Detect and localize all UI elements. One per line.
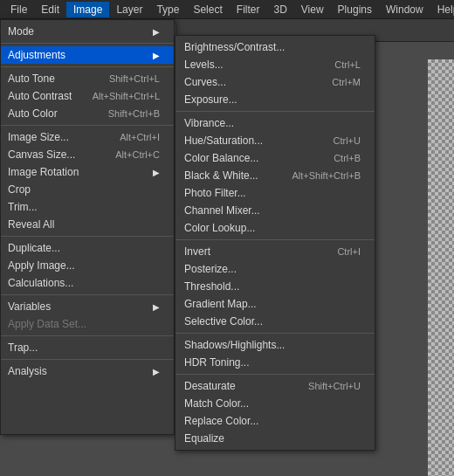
desaturate-label: Desaturate — [184, 380, 291, 392]
menu-item-hdr-toning[interactable]: HDR Toning... — [175, 354, 375, 371]
menu-item-adjustments-label: Adjustments — [8, 49, 149, 61]
canvas-size-shortcut: Alt+Ctrl+C — [115, 149, 160, 160]
menu-3d[interactable]: 3D — [266, 2, 293, 17]
menu-item-equalize[interactable]: Equalize — [175, 430, 375, 447]
image-rotation-arrow-icon: ▶ — [153, 168, 160, 177]
menu-item-auto-contrast[interactable]: Auto Contrast Alt+Shift+Ctrl+L — [1, 87, 174, 105]
menu-item-hue-saturation[interactable]: Hue/Saturation... Ctrl+U — [175, 132, 375, 149]
menu-item-shadows-highlights[interactable]: Shadows/Highlights... — [175, 336, 375, 354]
menu-item-gradient-map[interactable]: Gradient Map... — [175, 295, 375, 313]
separator-2 — [1, 66, 174, 67]
menu-item-photo-filter[interactable]: Photo Filter... — [175, 184, 375, 202]
adj-separator-2 — [175, 239, 375, 240]
analysis-arrow-icon: ▶ — [153, 367, 160, 376]
menu-item-curves[interactable]: Curves... Ctrl+M — [175, 73, 375, 91]
menu-item-replace-color[interactable]: Replace Color... — [175, 412, 375, 430]
desaturate-shortcut: Shift+Ctrl+U — [308, 381, 361, 391]
mode-arrow-icon: ▶ — [153, 27, 160, 37]
menu-item-channel-mixer[interactable]: Channel Mixer... — [175, 202, 375, 219]
menu-plugins[interactable]: Plugins — [331, 2, 379, 17]
menu-item-invert[interactable]: Invert Ctrl+I — [175, 243, 375, 260]
menu-item-color-balance[interactable]: Color Balance... Ctrl+B — [175, 149, 375, 167]
adjustments-arrow-icon: ▶ — [153, 51, 160, 60]
menu-type[interactable]: Type — [149, 2, 186, 17]
menu-item-canvas-size[interactable]: Canvas Size... Alt+Ctrl+C — [1, 146, 174, 163]
menu-window[interactable]: Window — [379, 2, 430, 17]
menu-view[interactable]: View — [294, 2, 331, 17]
menu-image[interactable]: Image — [66, 2, 109, 17]
menu-item-crop[interactable]: Crop — [1, 181, 174, 198]
menu-item-apply-data-set[interactable]: Apply Data Set... — [1, 315, 174, 333]
black-white-label: Black & White... — [184, 169, 274, 182]
canvas-size-label: Canvas Size... — [8, 148, 98, 161]
color-lookup-label: Color Lookup... — [184, 222, 361, 234]
menu-select[interactable]: Select — [186, 2, 229, 17]
menu-item-posterize[interactable]: Posterize... — [175, 260, 375, 278]
menu-item-desaturate[interactable]: Desaturate Shift+Ctrl+U — [175, 377, 375, 395]
photo-filter-label: Photo Filter... — [184, 187, 361, 199]
posterize-label: Posterize... — [184, 263, 361, 275]
menu-item-auto-tone[interactable]: Auto Tone Shift+Ctrl+L — [1, 70, 174, 87]
separator-4 — [1, 236, 174, 237]
menu-edit[interactable]: Edit — [34, 2, 66, 17]
menu-item-exposure[interactable]: Exposure... — [175, 91, 375, 108]
variables-arrow-icon: ▶ — [153, 302, 160, 312]
shadows-highlights-label: Shadows/Highlights... — [184, 339, 361, 351]
menu-help[interactable]: Help — [430, 2, 454, 17]
hue-saturation-shortcut: Ctrl+U — [334, 135, 361, 146]
channel-mixer-label: Channel Mixer... — [184, 204, 361, 217]
menu-item-threshold[interactable]: Threshold... — [175, 278, 375, 295]
trim-label: Trim... — [8, 201, 160, 213]
canvas-checker — [428, 59, 454, 476]
menu-item-trap[interactable]: Trap... — [1, 339, 174, 356]
menu-item-selective-color[interactable]: Selective Color... — [175, 313, 375, 330]
black-white-shortcut: Alt+Shift+Ctrl+B — [292, 170, 361, 181]
curves-label: Curves... — [184, 76, 314, 88]
color-balance-shortcut: Ctrl+B — [334, 153, 361, 163]
menu-item-match-color[interactable]: Match Color... — [175, 395, 375, 412]
image-size-label: Image Size... — [8, 131, 102, 143]
selective-color-label: Selective Color... — [184, 315, 361, 328]
vibrance-label: Vibrance... — [184, 117, 361, 129]
menu-item-trim[interactable]: Trim... — [1, 198, 174, 216]
menu-filter[interactable]: Filter — [230, 2, 267, 17]
auto-tone-label: Auto Tone — [8, 72, 92, 85]
match-color-label: Match Color... — [184, 397, 361, 410]
variables-label: Variables — [8, 300, 149, 313]
auto-contrast-label: Auto Contrast — [8, 90, 75, 102]
menu-item-mode[interactable]: Mode ▶ — [1, 23, 174, 40]
duplicate-label: Duplicate... — [8, 242, 160, 254]
menu-item-brightness-contrast[interactable]: Brightness/Contrast... — [175, 38, 375, 56]
auto-contrast-shortcut: Alt+Shift+Ctrl+L — [93, 91, 160, 101]
menu-file[interactable]: File — [3, 2, 34, 17]
levels-label: Levels... — [184, 59, 317, 71]
menu-layer[interactable]: Layer — [109, 2, 149, 17]
menu-item-duplicate[interactable]: Duplicate... — [1, 239, 174, 257]
menu-item-variables[interactable]: Variables ▶ — [1, 298, 174, 315]
image-size-shortcut: Alt+Ctrl+I — [120, 132, 160, 142]
dropdown-container: Mode ▶ Adjustments ▶ Auto Tone Shift+Ctr… — [0, 19, 375, 435]
replace-color-label: Replace Color... — [184, 415, 361, 427]
separator-1 — [1, 43, 174, 44]
menu-item-apply-image[interactable]: Apply Image... — [1, 257, 174, 274]
invert-shortcut: Ctrl+I — [337, 246, 361, 257]
menu-item-calculations[interactable]: Calculations... — [1, 274, 174, 292]
menu-item-mode-label: Mode — [8, 25, 149, 38]
exposure-label: Exposure... — [184, 93, 361, 106]
menu-item-black-white[interactable]: Black & White... Alt+Shift+Ctrl+B — [175, 167, 375, 184]
equalize-label: Equalize — [184, 432, 361, 445]
menu-item-image-rotation[interactable]: Image Rotation ▶ — [1, 163, 174, 181]
auto-tone-shortcut: Shift+Ctrl+L — [109, 73, 160, 84]
menu-item-levels[interactable]: Levels... Ctrl+L — [175, 56, 375, 73]
adj-separator-3 — [175, 333, 375, 334]
menu-item-auto-color[interactable]: Auto Color Shift+Ctrl+B — [1, 105, 174, 122]
hdr-toning-label: HDR Toning... — [184, 356, 361, 369]
menu-item-image-size[interactable]: Image Size... Alt+Ctrl+I — [1, 128, 174, 146]
menu-item-color-lookup[interactable]: Color Lookup... — [175, 219, 375, 237]
menu-item-vibrance[interactable]: Vibrance... — [175, 114, 375, 132]
menu-item-analysis[interactable]: Analysis ▶ — [1, 362, 174, 380]
hue-saturation-label: Hue/Saturation... — [184, 135, 316, 147]
adj-separator-1 — [175, 111, 375, 112]
menu-item-reveal-all[interactable]: Reveal All — [1, 216, 174, 233]
menu-item-adjustments[interactable]: Adjustments ▶ — [1, 46, 174, 64]
